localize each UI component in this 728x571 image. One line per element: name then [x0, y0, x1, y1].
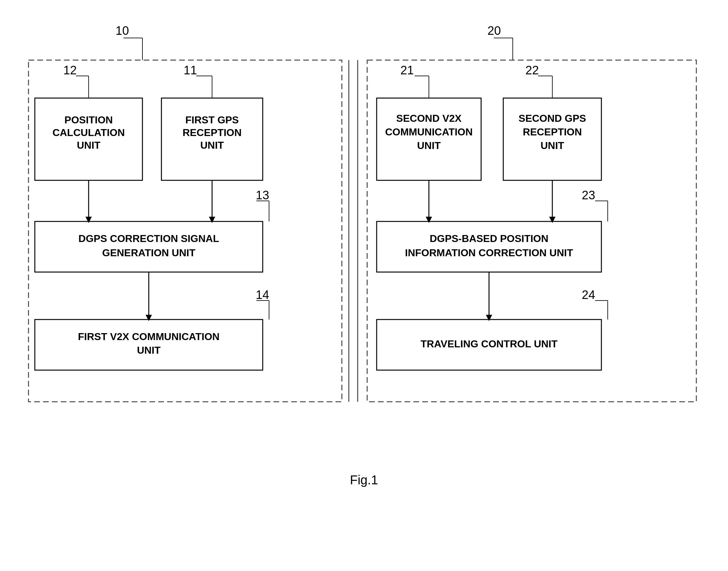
ref-13: 13 [256, 189, 269, 202]
svg-text:DGPS-BASED POSITION: DGPS-BASED POSITION [429, 233, 548, 244]
ref-24: 24 [582, 288, 595, 302]
svg-text:SECOND GPS: SECOND GPS [518, 113, 586, 124]
svg-rect-6 [35, 221, 263, 272]
svg-rect-4 [35, 98, 142, 180]
svg-rect-7 [35, 320, 263, 370]
ref-14: 14 [256, 288, 269, 302]
figure-label: Fig.1 [350, 473, 378, 487]
ref-10: 10 [115, 25, 129, 37]
svg-marker-23 [486, 315, 492, 321]
svg-text:UNIT: UNIT [417, 140, 441, 151]
svg-text:DGPS CORRECTION SIGNAL: DGPS CORRECTION SIGNAL [79, 233, 219, 244]
ref-12: 12 [63, 64, 77, 77]
ref-21: 21 [400, 64, 414, 77]
svg-rect-11 [377, 320, 601, 370]
svg-text:UNIT: UNIT [77, 139, 101, 151]
svg-text:GENERATION UNIT: GENERATION UNIT [102, 247, 196, 258]
svg-text:TRAVELING CONTROL UNIT: TRAVELING CONTROL UNIT [421, 338, 558, 350]
diagram-svg: POSITION CALCULATION UNIT FIRST GPS RECE… [25, 25, 703, 484]
svg-text:RECEPTION: RECEPTION [183, 127, 242, 138]
svg-text:FIRST GPS: FIRST GPS [186, 114, 239, 126]
svg-marker-21 [549, 217, 555, 223]
svg-text:POSITION: POSITION [65, 114, 113, 126]
svg-text:UNIT: UNIT [137, 344, 161, 356]
svg-marker-15 [209, 217, 215, 223]
ref-20: 20 [488, 25, 501, 37]
svg-text:RECEPTION: RECEPTION [523, 126, 582, 138]
svg-rect-10 [377, 221, 601, 272]
svg-text:FIRST V2X COMMUNICATION: FIRST V2X COMMUNICATION [78, 331, 219, 342]
svg-marker-19 [426, 217, 432, 223]
svg-marker-13 [86, 217, 92, 223]
svg-text:COMMUNICATION: COMMUNICATION [385, 126, 473, 138]
ref-22: 22 [525, 64, 539, 77]
ref-23: 23 [582, 189, 595, 202]
svg-text:UNIT: UNIT [541, 140, 564, 151]
svg-rect-0 [28, 60, 342, 402]
svg-text:CALCULATION: CALCULATION [53, 127, 125, 138]
diagram-container: POSITION CALCULATION UNIT FIRST GPS RECE… [25, 25, 703, 500]
svg-rect-5 [162, 98, 263, 180]
svg-rect-9 [503, 98, 601, 180]
svg-rect-1 [367, 60, 696, 402]
ref-11: 11 [184, 64, 197, 77]
svg-marker-17 [145, 315, 152, 321]
svg-rect-8 [377, 98, 481, 180]
svg-text:UNIT: UNIT [200, 139, 224, 151]
svg-text:SECOND V2X: SECOND V2X [396, 113, 462, 124]
svg-text:INFORMATION CORRECTION UNIT: INFORMATION CORRECTION UNIT [405, 247, 573, 258]
